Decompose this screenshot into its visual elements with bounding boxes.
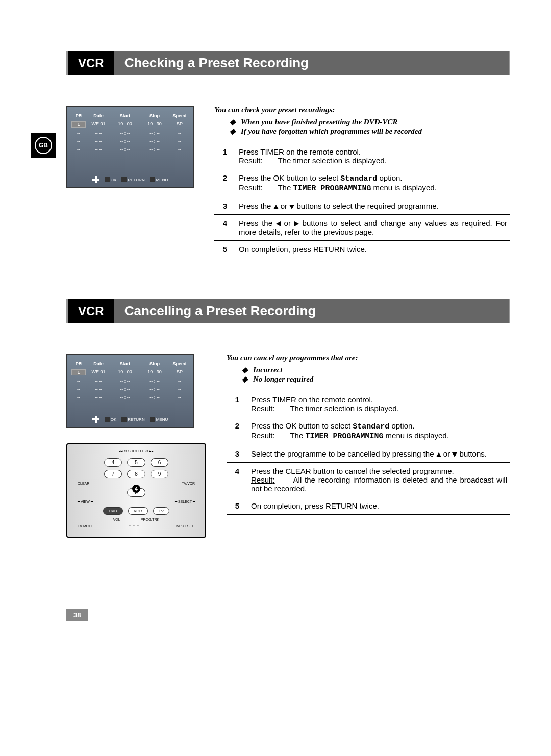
intro-text: You can cancel any programmes that are: … [227, 354, 510, 389]
section-title: Cancelling a Preset Recording [114, 299, 509, 323]
section-title-bar-2: VCR Cancelling a Preset Recording [66, 299, 510, 323]
dpad-icon [92, 176, 99, 183]
page-number: 38 [66, 609, 88, 621]
down-arrow-icon [452, 452, 457, 457]
section-title: Checking a Preset Recording [114, 51, 509, 75]
right-arrow-icon [294, 221, 299, 226]
section-title-bar-1: VCR Checking a Preset Recording [66, 51, 510, 75]
remote-illustration: ◂◂ ⊙ SHUTTLE ⊙ ▸▸ 4 5 6 7 8 9 CLEARTV/VC… [66, 443, 206, 538]
steps-table-2: 1 Press TIMER on the remote control. Res… [227, 391, 510, 515]
gb-label: GB [35, 137, 52, 154]
vcr-tag: VCR [68, 51, 114, 75]
gb-badge: GB [31, 133, 56, 158]
dpad-icon [92, 416, 99, 423]
osd-screen-1: PR Date Start Stop Speed 1 WE 01 19 : 00… [66, 106, 194, 188]
down-arrow-icon [289, 205, 294, 209]
up-arrow-icon [436, 452, 441, 457]
up-arrow-icon [273, 205, 279, 209]
left-arrow-icon [276, 221, 281, 226]
steps-table-1: 1 Press TIMER on the remote control. Res… [214, 143, 510, 258]
intro-text: You can check your preset recordings: Wh… [214, 106, 510, 141]
vcr-tag: VCR [68, 299, 114, 323]
callout-badge: 4 [132, 485, 140, 493]
osd-screen-2: PR Date Start Stop Speed 1 WE 01 19 : 00… [66, 354, 194, 428]
